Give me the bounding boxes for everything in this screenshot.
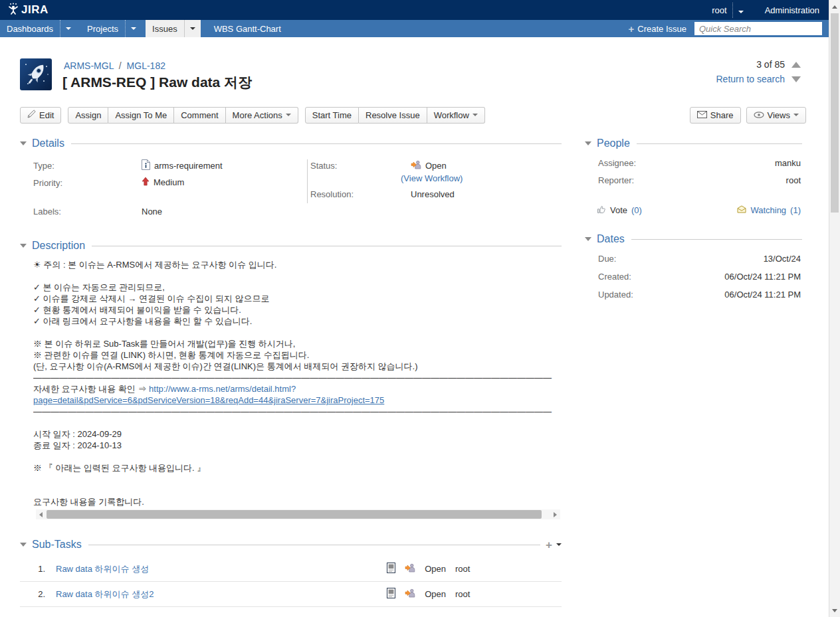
created-value: 06/Oct/24 11:21 PM [724, 272, 801, 282]
start-time-button[interactable]: Start Time [305, 107, 359, 124]
vote-button[interactable]: Vote (0) [597, 205, 642, 216]
subtask-doc-icon [387, 588, 395, 600]
breadcrumb-issue-link[interactable]: MGL-182 [127, 60, 165, 71]
scrollbar-thumb[interactable] [831, 13, 839, 213]
scroll-down-icon[interactable] [829, 605, 840, 616]
user-menu-dropdown[interactable] [732, 3, 748, 18]
breadcrumb-separator: / [119, 60, 122, 71]
reporter-row: Reporter: root [585, 175, 802, 193]
description-line: 요구사항 내용을 기록합니다. [33, 496, 560, 507]
status-open-icon [411, 159, 421, 172]
workflow-button[interactable]: Workflow [427, 107, 485, 124]
edit-button[interactable]: Edit [20, 107, 61, 124]
assign-button[interactable]: Assign [68, 107, 108, 124]
description-horizontal-scrollbar[interactable] [36, 509, 560, 519]
watching-button[interactable]: Watching (1) [737, 205, 801, 215]
description-line [33, 327, 560, 338]
subtasks-list: 1.Raw data 하위이슈 생성Openroot2.Raw data 하위이… [20, 557, 562, 607]
section-rule [88, 545, 540, 545]
reporter-value: root [786, 175, 801, 185]
requirement-doc-icon [142, 159, 150, 172]
user-menu[interactable]: root [712, 5, 726, 15]
subtask-link[interactable]: Raw data 하위이슈 생성2 [56, 588, 154, 600]
views-label: Views [768, 110, 790, 120]
main-navigation: Dashboards Projects Issues WBS Gantt-Cha… [0, 20, 829, 37]
description-line: ————————————————————————————————————————… [33, 372, 560, 383]
due-value: 13/Oct/24 [764, 254, 801, 264]
nav-issues-dropdown[interactable] [184, 20, 201, 37]
nav-wbs-label: WBS Gantt-Chart [214, 24, 281, 34]
pager-position: 3 of 85 [756, 59, 785, 70]
workflow-button-group: Start Time Resolve Issue Workflow [305, 107, 485, 124]
collapse-icon[interactable] [20, 543, 27, 547]
section-rule [631, 239, 802, 240]
thumbs-up-icon [597, 205, 606, 216]
assign-to-me-button[interactable]: Assign To Me [108, 107, 174, 124]
description-url-link[interactable]: http://www.a-rms.net/arms/detail.html? [149, 384, 296, 394]
issue-view-panel: ARMS-MGL / MGL-182 [ ARMS-REQ ] Raw data… [0, 37, 829, 617]
nav-projects-dropdown[interactable] [125, 20, 142, 37]
nav-projects[interactable]: Projects [80, 20, 125, 37]
collapse-icon[interactable] [585, 141, 591, 145]
window-scrollbar[interactable] [829, 0, 840, 617]
jira-logo[interactable]: JIRA [0, 3, 55, 17]
dates-section-header: Dates [585, 232, 802, 246]
breadcrumb-project-link[interactable]: ARMS-MGL [64, 60, 114, 71]
details-heading: Details [32, 137, 64, 149]
resolution-label: Resolution: [310, 189, 354, 199]
nav-issues[interactable]: Issues [146, 20, 184, 37]
created-row: Created: 06/Oct/24 11:21 PM [585, 272, 802, 290]
description-url-link[interactable]: page=detail&pdService=6&pdServiceVersion… [33, 395, 384, 405]
administration-link[interactable]: Administration [765, 5, 819, 15]
subtask-row: 2.Raw data 하위이슈 생성2Openroot [20, 582, 562, 607]
watching-label[interactable]: Watching [750, 205, 786, 215]
nav-dashboards[interactable]: Dashboards [0, 20, 60, 37]
subtask-meta: Openroot [387, 563, 482, 575]
scrollbar-thumb[interactable] [47, 510, 542, 519]
subtask-assignee: root [455, 589, 482, 599]
people-heading: People [597, 137, 630, 149]
section-rule [92, 246, 562, 246]
nav-dashboards-dropdown[interactable] [60, 20, 76, 37]
nav-wbs-gantt-chart[interactable]: WBS Gantt-Chart [207, 20, 288, 37]
collapse-icon[interactable] [20, 141, 27, 145]
project-avatar[interactable] [20, 58, 52, 90]
collapse-icon[interactable] [20, 244, 27, 248]
description-line: ※ 『 아래는 입력된 요구사항 내용입니다. 』 [33, 462, 560, 474]
scroll-right-icon[interactable] [550, 509, 560, 519]
section-rule [71, 143, 562, 144]
labels-label: Labels: [33, 207, 61, 217]
collapse-icon[interactable] [585, 237, 591, 241]
status-open-icon [405, 563, 415, 575]
priority-arrow-icon [142, 177, 150, 188]
subtasks-options-icon[interactable] [556, 543, 562, 546]
issue-pager: 3 of 85 Return to search [716, 57, 801, 86]
watching-count[interactable]: (1) [790, 205, 801, 215]
more-actions-label: More Actions [233, 110, 282, 120]
comment-button[interactable]: Comment [174, 107, 225, 124]
scroll-left-icon[interactable] [36, 509, 46, 519]
subtask-link[interactable]: Raw data 하위이슈 생성 [56, 563, 149, 575]
add-subtask-icon[interactable]: + [546, 539, 552, 551]
quick-search-input[interactable] [694, 22, 822, 35]
next-issue-icon[interactable] [791, 76, 801, 82]
more-actions-button[interactable]: More Actions [226, 107, 298, 124]
return-to-search-link[interactable]: Return to search [716, 74, 786, 84]
subtask-status: Open [425, 564, 446, 574]
views-button[interactable]: Views [746, 107, 806, 124]
create-issue-label: Create Issue [637, 24, 686, 34]
resolve-issue-button[interactable]: Resolve Issue [359, 107, 427, 124]
subtasks-section-header: Sub-Tasks + [20, 538, 562, 551]
vote-count[interactable]: (0) [631, 205, 642, 215]
create-issue-button[interactable]: + Create Issue [629, 23, 686, 35]
share-label: Share [710, 110, 734, 120]
description-line: ☀ 주의 : 본 이슈는 A-RMS에서 제공하는 요구사항 이슈 입니다. [33, 259, 560, 270]
due-row: Due: 13/Oct/24 [585, 254, 802, 272]
scroll-up-icon[interactable] [829, 1, 840, 12]
previous-issue-icon[interactable] [791, 62, 801, 68]
view-workflow-link[interactable]: (View Workflow) [401, 173, 463, 183]
description-line: ✓ 이슈를 강제로 삭제시 → 연결된 이슈 수집이 되지 않으므로 [33, 293, 560, 304]
share-button[interactable]: Share [690, 107, 741, 124]
description-line: ————————————————————————————————————————… [33, 406, 560, 417]
description-line: ✓ 현황 통계에서 배제되어 불이익을 받을 수 있습니다. [33, 304, 560, 315]
